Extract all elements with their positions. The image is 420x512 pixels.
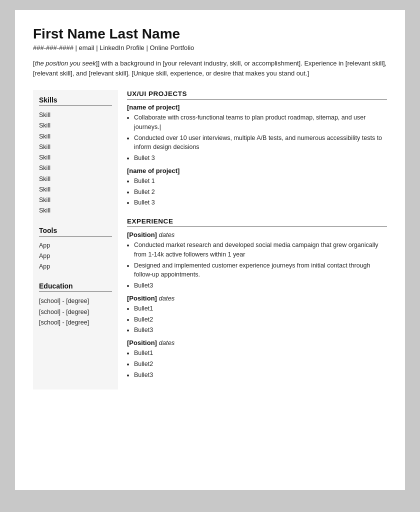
pos1-bullet-1: Conducted market research and developed … <box>134 240 387 260</box>
tools-section: Tools App App App <box>39 226 112 272</box>
skill-3: Skill <box>39 132 112 142</box>
pos3-bullet-1: Bullet1 <box>134 348 387 358</box>
skill-8: Skill <box>39 184 112 195</box>
pos3-bullet-2: Bullet2 <box>134 360 387 369</box>
projects-section: UX/UI PROJECTS [name of project] Collabo… <box>127 90 387 208</box>
position-1-bullets: Conducted market research and developed … <box>134 240 387 290</box>
position-2-dates: dates <box>159 294 175 302</box>
project-2-bullet-2: Bullet 2 <box>134 188 387 197</box>
skill-7: Skill <box>39 174 112 184</box>
tool-2: App <box>39 251 112 262</box>
position-3-bullets: Bullet1 Bullet2 Bullet3 <box>134 348 387 380</box>
skills-heading: Skills <box>39 96 112 106</box>
experience-heading: EXPERIENCE <box>127 218 387 227</box>
project-2-name: [name of project] <box>127 167 387 174</box>
skill-6: Skill <box>39 163 112 174</box>
project-2-bullet-1: Bullet 1 <box>134 176 387 186</box>
project-1-bullets: Collaborate with cross-functional teams … <box>134 113 387 163</box>
pos2-bullet-1: Bullet1 <box>134 304 387 314</box>
resume-page: First Name Last Name ###-###-#### | emai… <box>15 10 405 490</box>
skill-10: Skill <box>39 206 112 216</box>
projects-heading: UX/UI PROJECTS <box>127 90 387 100</box>
education-heading: Education <box>39 282 112 292</box>
skill-9: Skill <box>39 195 112 206</box>
project-2-bullets: Bullet 1 Bullet 2 Bullet 3 <box>134 176 387 208</box>
position-3-title: [Position] <box>127 339 157 346</box>
education-section: Education [school] - [degree] [school] -… <box>39 282 112 328</box>
position-3-row: [Position] dates <box>127 339 387 346</box>
main-content: UX/UI PROJECTS [name of project] Collabo… <box>118 90 387 390</box>
pos3-bullet-3: Bullet3 <box>134 370 387 380</box>
project-1-name: [name of project] <box>127 104 387 111</box>
main-layout: Skills Skill Skill Skill Skill Skill Ski… <box>33 90 387 390</box>
summary-italic: the position you seek <box>35 60 96 67</box>
skill-5: Skill <box>39 152 112 163</box>
skill-4: Skill <box>39 142 112 152</box>
position-1-row: [Position] dates <box>127 231 387 238</box>
experience-section: EXPERIENCE [Position] dates Conducted ma… <box>127 218 387 380</box>
edu-3: [school] - [degree] <box>39 318 112 328</box>
tool-3: App <box>39 262 112 272</box>
position-1-title: [Position] <box>127 231 157 238</box>
position-1-dates: dates <box>159 231 175 238</box>
pos2-bullet-3: Bullet3 <box>134 326 387 335</box>
education-list: [school] - [degree] [school] - [degree] … <box>39 296 112 328</box>
tool-1: App <box>39 240 112 251</box>
position-2-bullets: Bullet1 Bullet2 Bullet3 <box>134 304 387 335</box>
position-2-row: [Position] dates <box>127 294 387 302</box>
skill-1: Skill <box>39 110 112 120</box>
name-heading: First Name Last Name <box>33 26 387 42</box>
sidebar: Skills Skill Skill Skill Skill Skill Ski… <box>33 90 118 390</box>
position-3-dates: dates <box>159 339 175 346</box>
project-1-bullet-2: Conducted over 10 user interviews, multi… <box>134 134 387 152</box>
project-2-bullet-3: Bullet 3 <box>134 198 387 208</box>
pos1-bullet-3: Bullet3 <box>134 281 387 290</box>
project-1-bullet-3: Bullet 3 <box>134 154 387 163</box>
project-1-bullet-1: Collaborate with cross-functional teams … <box>134 113 387 132</box>
tools-list: App App App <box>39 240 112 272</box>
edu-2: [school] - [degree] <box>39 307 112 318</box>
skills-list: Skill Skill Skill Skill Skill Skill Skil… <box>39 110 112 216</box>
summary-text: [the position you seek]] with a backgrou… <box>33 58 387 78</box>
position-2-title: [Position] <box>127 294 157 302</box>
skill-2: Skill <box>39 120 112 131</box>
edu-1: [school] - [degree] <box>39 296 112 306</box>
pos2-bullet-2: Bullet2 <box>134 315 387 324</box>
skills-section: Skills Skill Skill Skill Skill Skill Ski… <box>39 96 112 216</box>
tools-heading: Tools <box>39 226 112 236</box>
contact-info: ###-###-#### | email | LinkedIn Profile … <box>33 44 387 52</box>
pos1-bullet-2: Designed and implemented customer experi… <box>134 261 387 280</box>
